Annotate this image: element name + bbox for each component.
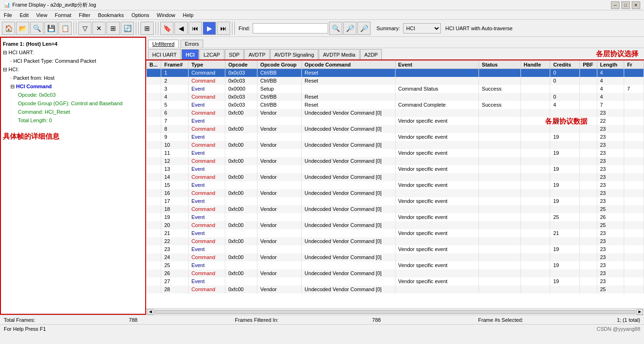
cell-credits: 19 <box>550 181 580 189</box>
expand-icon-2[interactable]: ⊟ <box>3 67 8 72</box>
table-row[interactable]: 10Command0xfc00VendorUndecoded Vendor Co… <box>147 141 644 149</box>
filter-tab-errors[interactable]: Errors <box>181 40 203 48</box>
cell-length: 25 <box>597 285 624 294</box>
table-row[interactable]: 22Command0xfc00VendorUndecoded Vendor Co… <box>147 237 644 245</box>
cell-handle <box>520 245 550 253</box>
cell-pbf <box>580 229 597 237</box>
menu-bookmarks[interactable]: Bookmarks <box>94 11 128 19</box>
forward-button[interactable]: ▶ <box>203 22 216 35</box>
find-prev-button[interactable]: 🔎 <box>343 22 356 35</box>
table-row[interactable]: 21EventVendor specific event2123 <box>147 229 644 237</box>
menu-view[interactable]: View <box>33 11 51 19</box>
save-button[interactable]: 💾 <box>44 22 58 35</box>
proto-annotation: 各层协议选择 <box>596 50 638 59</box>
menu-help[interactable]: Help <box>179 11 198 19</box>
proto-tab-a2dp[interactable]: A2DP <box>360 49 382 59</box>
cell-frame: 6 <box>161 109 188 117</box>
proto-tab-avdtp-signaling[interactable]: AVDTP Signaling <box>270 49 318 59</box>
search-button[interactable]: 🔍 <box>30 22 43 35</box>
cell-b <box>147 141 161 149</box>
table-row[interactable]: 4Command0x0c03Ctrl/BBReset04 <box>147 93 644 101</box>
table-row[interactable]: 18Command0xfc00VendorUndecoded Vendor Co… <box>147 205 644 213</box>
table-row[interactable]: 14Command0xfc00VendorUndecoded Vendor Co… <box>147 173 644 181</box>
table-row[interactable]: 15EventVendor specific event1923 <box>147 181 644 189</box>
summary-select[interactable]: HCI <box>403 23 441 34</box>
cell-pbf <box>580 117 597 125</box>
table-row[interactable]: 11EventVendor specific event1923 <box>147 149 644 157</box>
expand-icon-0[interactable]: ⊟ <box>3 50 8 55</box>
table-row[interactable]: 3Event0x0000SetupCommand StatusSuccess47 <box>147 85 644 93</box>
find-next-button[interactable]: 🔎 <box>357 22 371 35</box>
menu-filter[interactable]: Filter <box>75 11 94 19</box>
hscroll[interactable]: ◀ ▶ <box>146 308 644 315</box>
total-frames-label: Total Frames: <box>4 317 35 323</box>
menu-window[interactable]: Window <box>153 11 179 19</box>
menu-file[interactable]: File <box>0 11 16 19</box>
cell-status <box>479 141 521 149</box>
table-row[interactable]: 20Command0xfc00VendorUndecoded Vendor Co… <box>147 221 644 229</box>
proto-tab-avdtp-media[interactable]: AVDTP Media <box>319 49 360 59</box>
cell-status <box>479 133 521 141</box>
minimize-button[interactable]: ─ <box>611 1 619 9</box>
find-search-button[interactable]: 🔍 <box>329 22 342 35</box>
open-button[interactable]: 📂 <box>16 22 29 35</box>
cell-b <box>147 253 161 261</box>
proto-tab-hci-uart[interactable]: HCI UART <box>148 49 181 59</box>
cell-length: 23 <box>597 261 624 269</box>
home-button[interactable]: 🏠 <box>2 22 15 35</box>
table-row[interactable]: 27EventVendor specific event1923 <box>147 277 644 285</box>
expand-icon-4[interactable]: ⊟ <box>10 84 16 89</box>
layers-button[interactable]: ⊞ <box>107 22 120 35</box>
prev-button[interactable]: ◀ <box>174 22 188 35</box>
fastforward-button[interactable]: ⏭ <box>217 22 230 35</box>
table-row[interactable]: 19EventVendor specific event2526 <box>147 213 644 221</box>
table-row[interactable]: 1Command0x0c03Ctrl/BBReset04 <box>147 69 644 77</box>
grid-button[interactable]: ⊞ <box>140 22 154 35</box>
find-input[interactable] <box>253 23 328 34</box>
cell-opcmd <box>302 133 395 141</box>
cell-length: 23 <box>597 189 624 197</box>
table-row[interactable]: 13EventVendor specific event1923 <box>147 165 644 173</box>
filter-clear-button[interactable]: ✕ <box>92 22 106 35</box>
cell-status <box>479 165 521 173</box>
table-row[interactable]: 26Command0xfc00VendorUndecoded Vendor Co… <box>147 269 644 277</box>
refresh-button[interactable]: 🔄 <box>121 22 134 35</box>
cell-opcmd: Reset <box>302 101 395 109</box>
cell-pbf <box>580 173 597 181</box>
scroll-right-button[interactable]: ▶ <box>636 309 643 315</box>
proto-tab-avdtp[interactable]: AVDTP <box>244 49 270 59</box>
filter-tab-unfiltered[interactable]: Unfiltered <box>148 40 179 48</box>
table-row[interactable]: 25EventVendor specific event1923 <box>147 261 644 269</box>
table-row[interactable]: 8Command0xfc00VendorUndecoded Vendor Com… <box>147 125 644 133</box>
scroll-track[interactable] <box>155 310 636 314</box>
table-row[interactable]: 12Command0xfc00VendorUndecoded Vendor Co… <box>147 157 644 165</box>
table-row[interactable]: 24Command0xfc00VendorUndecoded Vendor Co… <box>147 253 644 261</box>
table-row[interactable]: 23EventVendor specific event1923 <box>147 245 644 253</box>
cell-pbf <box>580 205 597 213</box>
menu-format[interactable]: Format <box>51 11 75 19</box>
table-row[interactable]: 28Command0xfc00VendorUndecoded Vendor Co… <box>147 285 644 294</box>
table-row[interactable]: 5Event0x0c03Ctrl/BBResetCommand Complete… <box>147 101 644 109</box>
proto-tab-l2cap[interactable]: L2CAP <box>199 49 224 59</box>
proto-tab-hci[interactable]: HCI <box>182 49 199 59</box>
rewind-button[interactable]: ⏮ <box>189 22 202 35</box>
maximize-button[interactable]: □ <box>621 1 630 9</box>
cell-opcmd <box>302 149 395 157</box>
scroll-left-button[interactable]: ◀ <box>147 309 154 315</box>
close-button[interactable]: ✕ <box>632 1 640 9</box>
cell-frame: 1 <box>161 69 188 77</box>
cell-opgroup: Vendor <box>257 285 302 294</box>
proto-tab-sdp[interactable]: SDP <box>225 49 244 59</box>
copy-button[interactable]: 📋 <box>58 22 72 35</box>
menu-edit[interactable]: Edit <box>16 11 33 19</box>
bookmark-button[interactable]: 🔖 <box>160 22 173 35</box>
menu-options[interactable]: Options <box>128 11 153 19</box>
table-row[interactable]: 9EventVendor specific event1923 <box>147 133 644 141</box>
table-row[interactable]: 2Command0x0c03Ctrl/BBReset04 <box>147 77 644 85</box>
filter-button[interactable]: ▽ <box>78 22 91 35</box>
table-row[interactable]: 16Command0xfc00VendorUndecoded Vendor Co… <box>147 189 644 197</box>
data-table-container[interactable]: 各层协议数据 B... Frame# Type Opcode Opcode Gr… <box>146 60 644 308</box>
table-row[interactable]: 6Command0xfc00VendorUndecoded Vendor Com… <box>147 109 644 117</box>
table-row[interactable]: 17EventVendor specific event1923 <box>147 197 644 205</box>
table-row[interactable]: 7EventVendor specific event1922 <box>147 117 644 125</box>
